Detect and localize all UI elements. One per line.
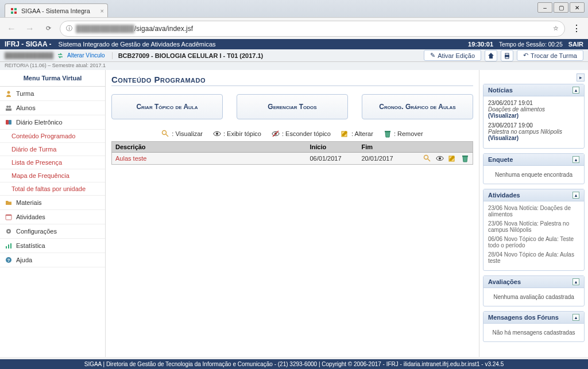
- svg-point-25: [216, 133, 218, 135]
- collapse-icon[interactable]: ▴: [572, 314, 579, 321]
- criar-topico-button[interactable]: Criar Tópico de Aula: [111, 94, 223, 119]
- forums-header[interactable]: Mensagens dos Fóruns ▴: [483, 312, 584, 324]
- maximize-button[interactable]: ▢: [554, 2, 568, 13]
- tab-close-icon[interactable]: ×: [100, 7, 104, 14]
- legend-remover: : Remover: [384, 130, 423, 138]
- legend-visualizar: : Visualizar: [161, 130, 203, 138]
- enquete-empty: Nenhuma enquete encontrada: [483, 166, 584, 184]
- edit-icon: [341, 130, 349, 138]
- news-view-link[interactable]: (Visualizar): [488, 135, 519, 141]
- logout-link[interactable]: SAIR: [568, 41, 583, 48]
- svg-text:?: ?: [7, 258, 10, 263]
- group-icon: [5, 104, 13, 112]
- nav-item-config[interactable]: Configurações: [0, 224, 105, 239]
- activity-item[interactable]: 06/06 Novo Tópico de Aula: Teste todo o …: [488, 236, 579, 248]
- avaliacoes-header[interactable]: Avaliações ▴: [483, 276, 584, 288]
- system-name: Sistema Integrado de Gestão de Atividade…: [59, 41, 216, 48]
- col-fim: Fim: [358, 142, 410, 153]
- row-edit-button[interactable]: [448, 154, 457, 162]
- avaliacoes-title: Avaliações: [488, 278, 521, 285]
- table-row: Aulas teste 06/01/2017 20/01/2017: [112, 153, 473, 165]
- avaliacoes-empty: Nenhuma avaliação cadastrada: [483, 288, 584, 306]
- enquete-panel: Enquete ▴ Nenhuma enquete encontrada: [483, 153, 585, 184]
- trash-icon: [384, 130, 392, 138]
- svg-rect-17: [6, 246, 7, 248]
- book-icon: [5, 118, 13, 126]
- bookmark-star-icon[interactable]: ☆: [553, 25, 559, 32]
- undo-icon: ↶: [523, 52, 528, 59]
- enquete-header[interactable]: Enquete ▴: [483, 154, 584, 166]
- legend-alterar: : Alterar: [341, 130, 373, 138]
- nav-title: Menu Turma Virtual: [0, 70, 105, 87]
- activity-item[interactable]: 23/06 Nova Notícia: Doações de alimentos: [488, 205, 579, 217]
- help-icon: ?: [5, 256, 13, 264]
- cronog-button[interactable]: Cronog. Gráfico de Aulas: [362, 94, 473, 119]
- nav-sub-total-faltas[interactable]: Total de faltas por unidade: [0, 182, 105, 196]
- address-bar[interactable]: ⓘ ████████████/sigaa/ava/index.jsf ☆: [60, 21, 565, 37]
- nav-item-diario[interactable]: Diário Eletrônico: [0, 115, 105, 130]
- nav-label: Atividades: [16, 213, 45, 220]
- row-show-button[interactable]: [436, 154, 444, 162]
- home-icon: [488, 52, 494, 59]
- sub-header: ████████████ Alterar Vínculo BCB27009 - …: [0, 49, 588, 62]
- alterar-vinculo-link[interactable]: Alterar Vínculo: [67, 52, 105, 59]
- nav-item-materiais[interactable]: Materiais: [0, 196, 105, 210]
- browser-menu-button[interactable]: ⋮: [570, 23, 583, 34]
- svg-rect-19: [10, 243, 11, 248]
- minimize-button[interactable]: –: [537, 2, 552, 13]
- news-view-link[interactable]: (Visualizar): [488, 112, 519, 119]
- gerenciar-todos-button[interactable]: Gerenciar Todos: [237, 94, 348, 119]
- nav-sub-mapa[interactable]: Mapa de Frequência: [0, 169, 105, 182]
- trocar-turma-button[interactable]: ↶ Trocar de Turma: [517, 50, 583, 61]
- action-buttons-row: Criar Tópico de Aula Gerenciar Todos Cro…: [111, 94, 473, 119]
- reitoria-info: REITORIA (11.06) – Semestre atual: 2017.…: [0, 62, 588, 70]
- nav-sub-conteudo[interactable]: Conteúdo Programado: [0, 130, 105, 143]
- ativar-edicao-button[interactable]: ✎ Ativar Edição: [424, 50, 481, 61]
- svg-rect-18: [8, 244, 9, 248]
- activity-item[interactable]: 23/06 Nova Notícia: Palestra no campus N…: [488, 220, 579, 233]
- nav-item-turma[interactable]: Turma: [0, 87, 105, 101]
- row-view-button[interactable]: [423, 154, 431, 162]
- collapse-icon[interactable]: ▴: [572, 192, 579, 199]
- page-title: Conteúdo Programado: [111, 75, 473, 86]
- browser-tab[interactable]: SIGAA - Sistema Integra ×: [5, 3, 108, 17]
- home-button[interactable]: [485, 50, 497, 61]
- atividades-header[interactable]: Atividades ▴: [483, 189, 584, 201]
- footer: SIGAA | Diretoria de Gestão de Tecnologi…: [0, 359, 588, 369]
- svg-rect-2: [11, 11, 13, 14]
- calendar-icon: [5, 213, 13, 221]
- topics-table: Descrição Início Fim Aulas teste 06/01/2…: [111, 141, 473, 165]
- svg-point-22: [163, 131, 167, 135]
- svg-rect-14: [6, 215, 11, 216]
- forums-title: Mensagens dos Fóruns: [488, 314, 559, 321]
- nav-item-ajuda[interactable]: ? Ajuda: [0, 253, 105, 267]
- nav-item-atividades[interactable]: Atividades: [0, 210, 105, 224]
- nav-label: Alunos: [16, 104, 36, 111]
- panel-next-button[interactable]: ▸: [577, 73, 585, 81]
- nav-sub-lista[interactable]: Lista de Presença: [0, 156, 105, 169]
- info-icon: ⓘ: [66, 24, 72, 33]
- nav-item-estatistica[interactable]: Estatística: [0, 239, 105, 253]
- folder-icon: [5, 199, 13, 207]
- avaliacoes-panel: Avaliações ▴ Nenhuma avaliação cadastrad…: [483, 275, 585, 306]
- back-button[interactable]: ←: [5, 22, 18, 36]
- nav-item-alunos[interactable]: Alunos: [0, 101, 105, 115]
- noticias-header[interactable]: Notícias ▴: [483, 84, 584, 96]
- collapse-icon[interactable]: ▴: [572, 278, 579, 285]
- nav-label: Estatística: [16, 242, 45, 249]
- print-button[interactable]: [501, 50, 513, 61]
- row-delete-button[interactable]: [461, 154, 469, 162]
- activity-item[interactable]: 28/04 Novo Tópico de Aula: Aulas teste: [488, 251, 579, 264]
- collapse-icon[interactable]: ▴: [572, 156, 579, 163]
- reload-button[interactable]: ⟳: [41, 22, 55, 36]
- close-window-button[interactable]: ✕: [570, 2, 585, 13]
- user-name-blurred: ████████████: [5, 52, 53, 59]
- tab-bar: SIGAA - Sistema Integra ×: [0, 0, 588, 17]
- person-icon: [5, 90, 13, 98]
- zoom-icon: [161, 130, 169, 138]
- svg-rect-11: [6, 120, 9, 125]
- nav-sub-diario-turma[interactable]: Diário de Turma: [0, 143, 105, 156]
- forward-button[interactable]: →: [23, 22, 37, 36]
- collapse-icon[interactable]: ▴: [572, 87, 579, 94]
- cell-desc: Aulas teste: [112, 153, 307, 165]
